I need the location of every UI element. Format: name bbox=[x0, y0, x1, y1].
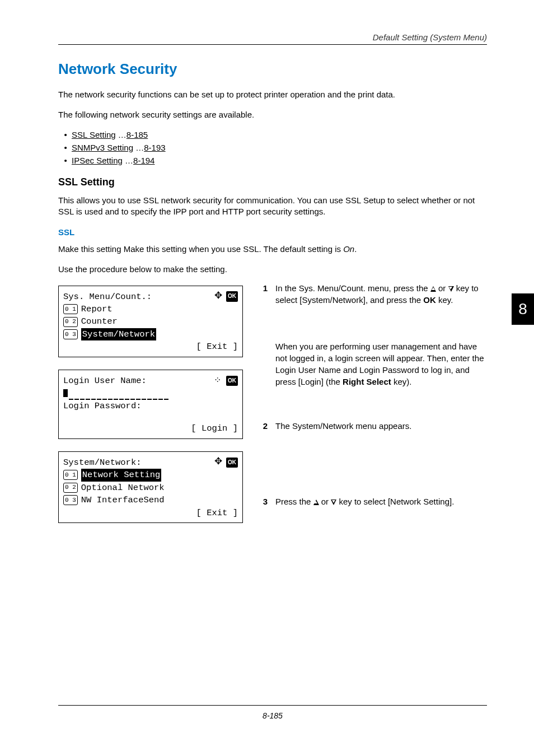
breadcrumb: Default Setting (System Menu) bbox=[58, 32, 487, 42]
item-number: 0 3 bbox=[63, 329, 78, 339]
step-number: 3 bbox=[257, 496, 268, 507]
softkey-exit: [ Exit ] bbox=[196, 340, 238, 353]
login-username-input bbox=[63, 387, 170, 399]
lcd-system-network: System/Network: OK 0 1Network Setting 0 … bbox=[58, 451, 243, 523]
step-number: 2 bbox=[257, 420, 268, 432]
lcd-sys-menu: Sys. Menu/Count.: OK 0 1Report 0 2Counte… bbox=[58, 286, 243, 357]
item-number: 0 1 bbox=[63, 470, 78, 480]
item-number: 0 2 bbox=[63, 317, 78, 327]
menu-item-system-network-selected: System/Network bbox=[81, 328, 156, 340]
link-snmpv3-setting[interactable]: SNMPv3 Setting bbox=[72, 143, 133, 152]
ok-icon: OK bbox=[226, 458, 238, 468]
lcd-title: Sys. Menu/Count.: bbox=[63, 291, 152, 303]
step-number: 1 bbox=[257, 282, 268, 306]
menu-item-report: Report bbox=[81, 303, 113, 315]
lcd-login: Login User Name: OK Login Password: [ Lo… bbox=[58, 370, 243, 439]
page-ref[interactable]: 8-185 bbox=[127, 130, 148, 139]
list-item: SNMPv3 Setting …8-193 bbox=[72, 143, 487, 152]
up-arrow-icon bbox=[430, 286, 436, 292]
nav-arrows-icon bbox=[215, 293, 223, 301]
ssl-heading: SSL bbox=[58, 227, 487, 237]
page-ref[interactable]: 8-194 bbox=[133, 156, 154, 165]
page-ref[interactable]: 8-193 bbox=[144, 143, 165, 152]
page-title: Network Security bbox=[58, 60, 487, 78]
softkey-login: [ Login ] bbox=[191, 422, 238, 435]
ssl-paragraph-2: Use the procedure below to make the sett… bbox=[58, 264, 487, 275]
down-arrow-icon bbox=[448, 286, 454, 292]
step-1: 1 In the Sys. Menu/Count. menu, press th… bbox=[257, 282, 487, 306]
menu-item-counter: Counter bbox=[81, 315, 118, 328]
step-1-note: When you are performing user management … bbox=[257, 340, 487, 388]
footer-rule bbox=[58, 705, 487, 706]
page-number: 8-185 bbox=[58, 711, 487, 720]
ok-icon: OK bbox=[226, 376, 238, 386]
softkey-exit: [ Exit ] bbox=[196, 507, 238, 519]
item-number: 0 2 bbox=[63, 483, 78, 493]
settings-list: SSL Setting …8-185 SNMPv3 Setting …8-193… bbox=[58, 130, 487, 165]
ssl-setting-paragraph: This allows you to use SSL network secur… bbox=[58, 195, 487, 218]
chapter-tab: 8 bbox=[512, 293, 534, 325]
step-2: 2 The System/Network menu appears. bbox=[257, 420, 487, 432]
intro-paragraph-2: The following network security settings … bbox=[58, 109, 487, 120]
lcd-title: System/Network: bbox=[63, 456, 142, 469]
item-number: 0 1 bbox=[63, 304, 78, 314]
menu-item-optional-network: Optional Network bbox=[81, 482, 165, 494]
lcd-title: Login User Name: bbox=[63, 375, 147, 387]
list-item: SSL Setting …8-185 bbox=[72, 130, 487, 139]
header-rule bbox=[58, 44, 487, 45]
page-footer: 8-185 bbox=[58, 705, 487, 720]
item-number: 0 3 bbox=[63, 495, 78, 505]
ok-icon: OK bbox=[226, 291, 238, 302]
intro-paragraph-1: The network security functions can be se… bbox=[58, 89, 487, 100]
list-item: IPSec Setting …8-194 bbox=[72, 156, 487, 165]
down-arrow-icon bbox=[331, 500, 336, 505]
link-ipsec-setting[interactable]: IPSec Setting bbox=[72, 156, 123, 165]
up-arrow-icon bbox=[313, 500, 319, 505]
nav-arrows-icon bbox=[215, 459, 223, 466]
step-3: 3 Press the or key to select [Network Se… bbox=[257, 496, 487, 507]
menu-item-network-setting-selected: Network Setting bbox=[81, 469, 162, 481]
link-ssl-setting[interactable]: SSL Setting bbox=[72, 130, 116, 139]
ssl-setting-heading: SSL Setting bbox=[58, 176, 487, 188]
login-password-label: Login Password: bbox=[63, 400, 142, 412]
ssl-paragraph-1: Make this setting Make this setting when… bbox=[58, 244, 487, 255]
menu-item-nw-interfacesend: NW InterfaceSend bbox=[81, 494, 165, 506]
nav-dots-icon bbox=[214, 377, 223, 385]
